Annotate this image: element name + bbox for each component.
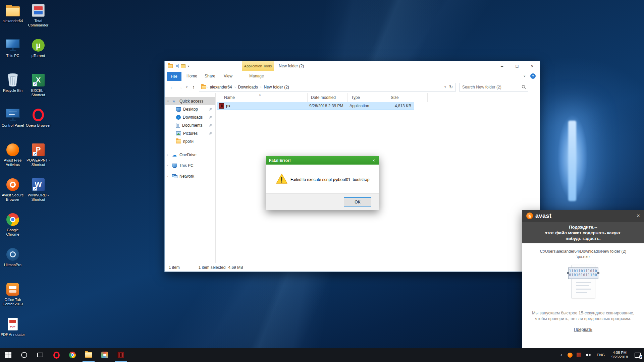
recent-locations-chevron-icon[interactable]: ∨ — [184, 85, 190, 88]
desktop-icon-avast-free[interactable]: Avast Free Antivirus — [0, 141, 25, 176]
sidebar-item-documents[interactable]: Documents — [165, 121, 215, 129]
column-header-name[interactable]: Name ∧ — [216, 93, 308, 102]
tab-view[interactable]: View — [220, 71, 236, 81]
file-size: 4,813 KB — [387, 104, 414, 108]
desktop-icon-label: Total Commander — [26, 19, 51, 27]
taskbar-chrome-button[interactable] — [64, 348, 80, 362]
expander-icon[interactable]: › — [167, 164, 168, 167]
clock[interactable]: 4:38 PM 9/26/2018 — [608, 351, 631, 359]
desktop-icon-excel[interactable]: EXCEL - Shortcut — [25, 72, 51, 107]
expander-icon[interactable]: ∨ — [167, 100, 169, 103]
word-icon — [32, 178, 45, 191]
status-selected-size: 4.69 MB — [228, 265, 243, 270]
excel-icon — [32, 74, 45, 86]
up-button[interactable]: ↑ — [190, 84, 198, 90]
column-header-date-modified[interactable]: Date modified — [308, 93, 348, 102]
file-row-px[interactable]: px 9/26/2018 2:39 PM Application 4,813 K… — [217, 102, 414, 110]
avast-antivirus-icon — [6, 143, 19, 156]
minimize-button[interactable]: – — [494, 61, 509, 71]
dialog-close-button[interactable]: × — [369, 156, 379, 165]
file-type: Application — [347, 104, 387, 108]
sidebar-item-downloads[interactable]: Downloads — [165, 113, 215, 121]
desktop-icon-total-commander[interactable]: Total Commander — [25, 2, 51, 37]
address-dropdown-chevron-icon[interactable]: ∨ — [444, 85, 446, 88]
show-hidden-icons-chevron-icon[interactable]: ∧ — [557, 353, 566, 357]
opera-icon — [33, 109, 44, 121]
column-header-size[interactable]: Size — [388, 93, 428, 102]
breadcrumb-new-folder-2[interactable]: New folder (2) — [261, 85, 291, 89]
tab-file[interactable]: File — [167, 72, 181, 81]
ok-button[interactable]: OK — [344, 197, 371, 206]
sidebar-item-onedrive[interactable]: › OneDrive — [165, 151, 215, 159]
column-header-type[interactable]: Type — [348, 93, 388, 102]
desktop-icon-word[interactable]: WINWORD - Shortcut — [25, 176, 51, 211]
desktop-icon-label: µTorrent — [32, 54, 45, 58]
maximize-button[interactable]: □ — [509, 61, 525, 71]
sidebar-item-this-pc[interactable]: › This PC — [165, 162, 215, 170]
volume-icon[interactable] — [586, 353, 591, 357]
desktop-icon-chrome[interactable]: Google Chrome — [0, 211, 25, 246]
language-indicator[interactable]: ENG — [593, 353, 608, 357]
qat-properties-icon[interactable] — [175, 64, 179, 68]
forward-button[interactable]: → — [176, 84, 184, 90]
taskbar-px-app-button[interactable] — [113, 348, 129, 362]
search-icon[interactable] — [522, 85, 526, 89]
desktop-icon-control-panel[interactable]: Control Panel — [0, 107, 25, 141]
search-input[interactable] — [460, 85, 528, 89]
desktop-icon-avast-browser[interactable]: Avast Secure Browser — [0, 176, 25, 211]
taskbar-explorer-button[interactable] — [80, 348, 97, 362]
ribbon-expand-chevron-icon[interactable]: ∨ — [523, 74, 526, 78]
action-center-button[interactable]: 2 — [631, 353, 644, 358]
address-bar[interactable]: › alexander64 › Downloads › New folder (… — [199, 83, 456, 92]
sidebar-item-progi[interactable]: проги — [165, 137, 215, 145]
desktop-icon-alexander64[interactable]: alexander64 — [0, 2, 25, 37]
expander-icon[interactable]: › — [167, 154, 168, 157]
avast-headline-line1: Подождите,-- — [522, 224, 644, 230]
office-tab-icon — [6, 283, 19, 296]
qat-new-folder-icon[interactable] — [181, 64, 185, 68]
pin-icon — [208, 123, 213, 128]
tab-share[interactable]: Share — [202, 71, 218, 81]
desktop-icon-opera[interactable]: Opera Browser — [25, 107, 51, 141]
refresh-icon[interactable]: ↻ — [449, 84, 453, 89]
application-tools-tab[interactable]: Application Tools — [242, 61, 274, 71]
tab-home[interactable]: Home — [184, 71, 200, 81]
taskbar-paint-button[interactable] — [97, 348, 113, 362]
start-button[interactable] — [0, 348, 16, 362]
sidebar-item-pictures[interactable]: Pictures — [165, 129, 215, 137]
desktop-icon-utorrent[interactable]: µTorrent — [25, 37, 51, 72]
desktop-icon-hitmanpro[interactable]: HitmanPro — [0, 246, 25, 281]
title-bar[interactable]: ∨ Application Tools New folder (2) – □ × — [165, 61, 540, 71]
desktop-icon-pdf-annotator[interactable]: PDF Annotator — [0, 316, 25, 351]
help-icon[interactable]: ? — [530, 73, 536, 79]
explorer-system-icon[interactable] — [168, 64, 173, 68]
expander-icon[interactable]: › — [167, 175, 168, 178]
sidebar-label: Documents — [182, 123, 203, 128]
desktop-icon-label: alexander64 — [3, 19, 23, 23]
breadcrumb-downloads[interactable]: Downloads — [235, 85, 260, 89]
paint-icon — [101, 352, 108, 358]
tab-manage[interactable]: Manage — [246, 71, 267, 81]
task-view-button[interactable] — [32, 348, 48, 362]
desktop-icon-recycle-bin[interactable]: Recycle Bin — [0, 72, 25, 107]
taskbar-opera-button[interactable] — [48, 348, 64, 362]
avast-close-icon[interactable]: × — [637, 213, 640, 219]
qat-customize-chevron-icon[interactable]: ∨ — [187, 65, 190, 68]
warning-icon — [276, 173, 288, 185]
search-button[interactable] — [16, 348, 32, 362]
app-tray-icon[interactable] — [577, 353, 581, 357]
sidebar-item-network[interactable]: › Network — [165, 172, 215, 180]
sidebar-item-desktop[interactable]: Desktop — [165, 105, 215, 113]
back-button[interactable]: ← — [168, 84, 176, 90]
chrome-icon — [6, 213, 19, 226]
desktop-icon-office-tab[interactable]: Office Tab Center 2013 — [0, 281, 25, 316]
notification-badge: 2 — [639, 355, 642, 359]
desktop-icon-powerpoint[interactable]: POWERPNT - Shortcut — [25, 141, 51, 176]
breadcrumb-alexander64[interactable]: alexander64 — [208, 85, 234, 89]
sidebar-item-quick-access[interactable]: ∨ Quick access — [165, 97, 215, 105]
close-button[interactable]: × — [525, 61, 540, 71]
abort-scan-link[interactable]: Прервать — [574, 327, 592, 332]
dialog-title-bar[interactable]: Fatal Error! — [266, 156, 379, 165]
avast-tray-icon[interactable] — [568, 353, 573, 358]
desktop-icon-this-pc[interactable]: This PC — [0, 37, 25, 72]
